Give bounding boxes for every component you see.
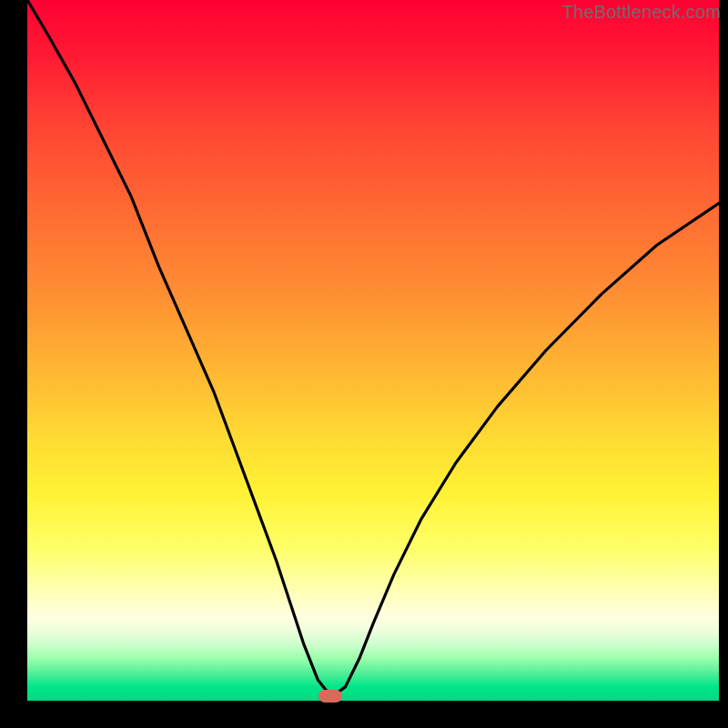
bottleneck-curve	[27, 0, 719, 697]
chart-frame: TheBottleneck.com	[0, 0, 728, 728]
minimum-marker	[318, 690, 342, 703]
plot-area	[27, 0, 719, 701]
curve-svg	[27, 0, 719, 701]
watermark-text: TheBottleneck.com	[561, 2, 721, 23]
